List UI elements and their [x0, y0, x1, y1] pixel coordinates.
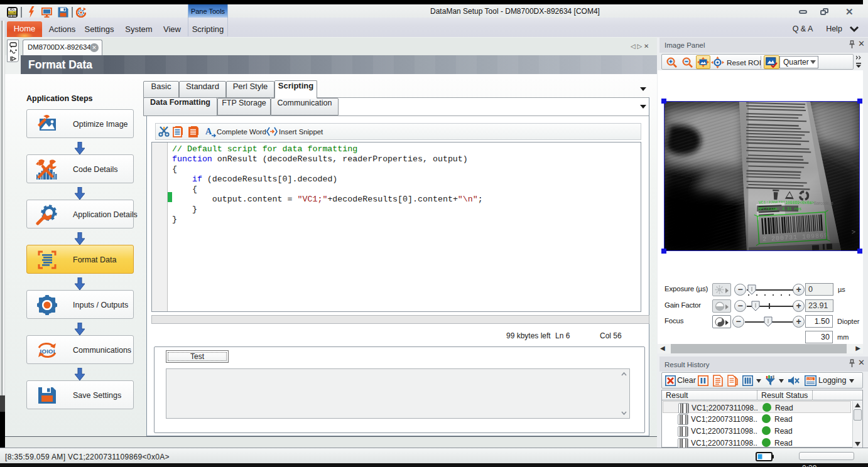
svg-text:A: A — [205, 127, 212, 136]
svg-text:DataMan: DataMan — [9, 12, 18, 14]
svg-text:LOG: LOG — [807, 378, 813, 381]
svg-text:IOIOI: IOIOI — [40, 348, 55, 355]
